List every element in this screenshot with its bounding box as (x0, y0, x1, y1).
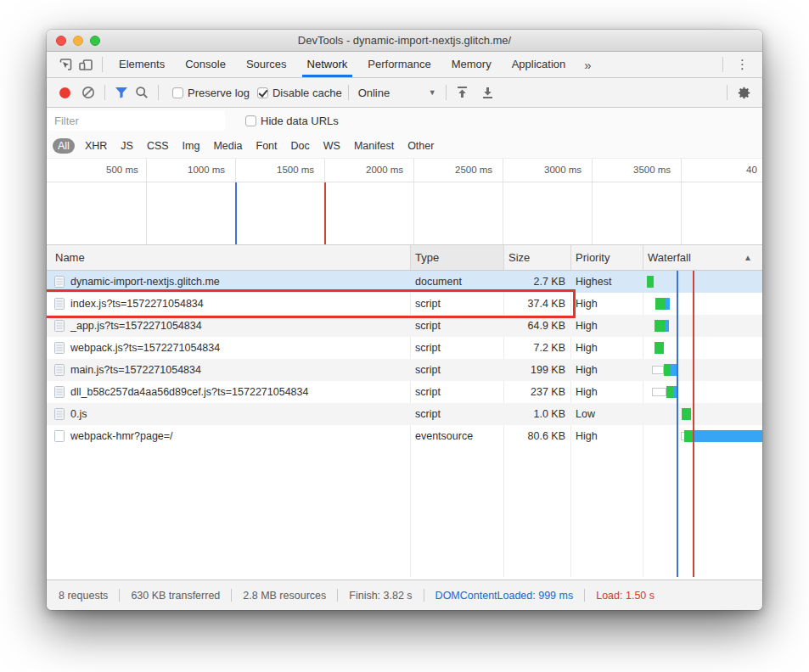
minimize-window-button[interactable] (73, 36, 83, 46)
waterfall-cell (643, 315, 762, 337)
column-header-size[interactable]: Size (508, 245, 530, 271)
column-divider (643, 245, 643, 270)
chevron-down-icon: ▼ (429, 88, 436, 97)
tab-network[interactable]: Network (297, 52, 358, 77)
column-divider (570, 245, 571, 270)
record-network-log-button[interactable] (59, 87, 70, 98)
more-tabs-button[interactable]: » (576, 58, 599, 72)
sort-ascending-icon[interactable]: ▲ (744, 245, 752, 271)
type-filter-doc[interactable]: Doc (291, 140, 310, 152)
waterfall-bar-wait (652, 366, 664, 374)
request-priority: Low (576, 403, 595, 425)
type-filter-css[interactable]: CSS (147, 140, 169, 152)
waterfall-bar-blue (666, 298, 670, 310)
type-filter-font[interactable]: Font (256, 140, 278, 152)
type-filter-ws[interactable]: WS (323, 140, 340, 152)
column-divider (410, 245, 411, 270)
request-priority: High (576, 337, 598, 359)
timeline-tick-label: 40 (746, 165, 757, 175)
timeline-tick-label: 500 ms (106, 165, 138, 175)
waterfall-bar-green (655, 320, 665, 332)
inspect-cursor-icon (59, 58, 73, 72)
divider (158, 85, 159, 100)
tab-memory[interactable]: Memory (441, 52, 502, 77)
toggle-device-toolbar-button[interactable] (76, 54, 96, 75)
request-row[interactable]: main.js?ts=1572271054834script199 KBHigh (47, 359, 762, 381)
export-har-button[interactable] (478, 82, 498, 103)
request-priority: High (576, 293, 598, 315)
divider (446, 85, 447, 100)
hide-data-urls-checkbox[interactable] (245, 115, 256, 126)
type-filter-other[interactable]: Other (407, 140, 434, 152)
request-name-cell: main.js?ts=1572271054834 (54, 359, 407, 381)
request-size: 237 KB (503, 381, 565, 403)
import-arrow-icon (456, 86, 469, 99)
preserve-log-checkbox[interactable] (172, 87, 183, 98)
devtools-menu-button[interactable]: ⋮ (729, 57, 756, 72)
filter-toggle-button[interactable] (111, 82, 132, 103)
status-item: 2.8 MB resources (243, 590, 326, 602)
filter-input[interactable] (48, 110, 225, 131)
clear-button[interactable] (78, 82, 98, 103)
tab-performance[interactable]: Performance (357, 52, 441, 77)
request-name: 0.js (70, 408, 87, 420)
status-item: 630 KB transferred (131, 590, 220, 602)
export-arrow-icon (481, 86, 494, 99)
type-filter-all[interactable]: All (53, 138, 75, 154)
type-filter-js[interactable]: JS (121, 140, 133, 152)
network-toolbar: Preserve log Disable cache Online ▼ (47, 78, 762, 108)
waterfall-cell (643, 381, 762, 403)
tab-application[interactable]: Application (502, 52, 576, 77)
requests-table-header: Name Type Size Priority Waterfall ▲ (47, 245, 762, 271)
import-har-button[interactable] (452, 82, 473, 103)
waterfall-bar-green (666, 386, 673, 398)
status-domcontentloaded: DOMContentLoaded: 999 ms (435, 590, 574, 602)
load-marker-line (324, 182, 326, 244)
waterfall-cell (643, 271, 762, 293)
waterfall-bar-green (647, 276, 654, 288)
type-filter-img[interactable]: Img (183, 140, 200, 152)
request-name: webpack.js?ts=1572271054834 (70, 342, 220, 354)
column-header-name[interactable]: Name (55, 245, 85, 271)
type-filter-media[interactable]: Media (213, 140, 242, 152)
tab-console[interactable]: Console (175, 52, 236, 77)
filter-bar: Hide data URLs (47, 108, 762, 133)
zoom-window-button[interactable] (90, 36, 100, 46)
inspect-element-button[interactable] (55, 54, 76, 75)
divider (119, 589, 120, 602)
tab-sources[interactable]: Sources (236, 52, 297, 77)
file-icon (54, 320, 65, 332)
type-filter-manifest[interactable]: Manifest (354, 140, 394, 152)
status-load: Load: 1.50 s (596, 590, 655, 602)
request-type: script (415, 403, 441, 425)
timeline-gridline (503, 159, 503, 244)
request-name-cell: webpack-hmr?page=/ (54, 425, 407, 447)
file-icon (54, 386, 65, 398)
request-priority: High (576, 425, 598, 447)
throttling-select[interactable]: Online ▼ (358, 87, 436, 99)
waterfall-bar-green (682, 408, 691, 420)
request-name: _app.js?ts=1572271054834 (70, 320, 202, 332)
waterfall-cell (643, 403, 762, 425)
network-overview-timeline[interactable]: 500 ms1000 ms1500 ms2000 ms2500 ms3000 m… (47, 159, 762, 245)
request-row[interactable]: dll_b58c257da4aa56d89cef.js?ts=157227105… (47, 381, 762, 403)
type-filter-xhr[interactable]: XHR (85, 140, 107, 152)
file-icon (54, 408, 65, 420)
close-window-button[interactable] (56, 36, 66, 46)
request-row[interactable]: webpack-hmr?page=/eventsource80.6 KBHigh (47, 425, 762, 447)
divider (337, 589, 338, 602)
column-header-priority[interactable]: Priority (576, 245, 610, 271)
preserve-log-label: Preserve log (188, 87, 250, 99)
column-header-type[interactable]: Type (415, 245, 439, 271)
window-title: DevTools - dynamic-import-nextjs.glitch.… (298, 34, 511, 47)
search-button[interactable] (132, 82, 152, 103)
dcl-marker-line (235, 182, 237, 244)
request-row[interactable]: 0.jsscript1.0 KBLow (47, 403, 762, 425)
tab-elements[interactable]: Elements (109, 52, 175, 77)
traffic-lights (56, 36, 100, 46)
network-settings-button[interactable] (733, 82, 754, 103)
column-header-waterfall[interactable]: Waterfall (648, 245, 691, 271)
hide-data-urls-label: Hide data URLs (261, 115, 339, 127)
request-row[interactable]: webpack.js?ts=1572271054834script7.2 KBH… (47, 337, 762, 359)
disable-cache-checkbox[interactable] (257, 87, 268, 98)
